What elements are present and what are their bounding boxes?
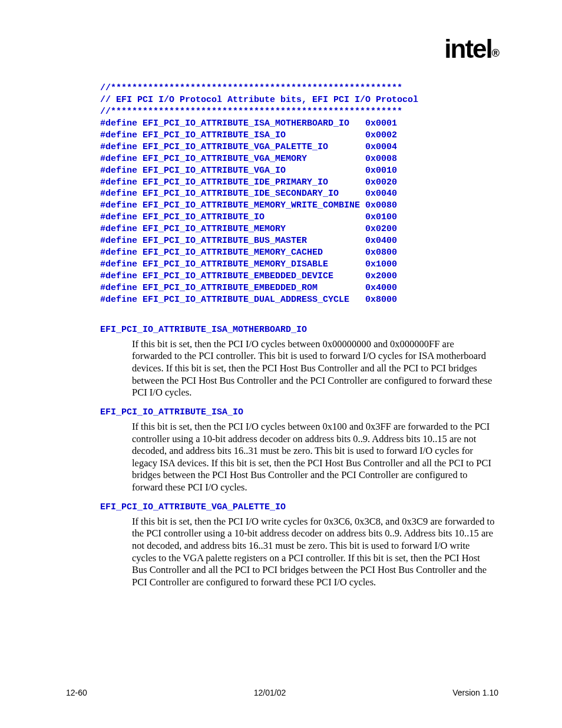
footer-page: 12-60 xyxy=(66,688,87,697)
definition-term: EFI_PCI_IO_ATTRIBUTE_ISA_IO xyxy=(100,407,498,417)
code-block: //**************************************… xyxy=(100,83,498,306)
intel-logo: intel® xyxy=(444,34,498,64)
definition-text: If this bit is set, then the PCI I/O wri… xyxy=(132,516,498,589)
page-content: //**************************************… xyxy=(100,83,498,588)
logo-text: intel xyxy=(444,34,491,63)
description-block: EFI_PCI_IO_ATTRIBUTE_ISA_MOTHERBOARD_IOI… xyxy=(100,325,498,589)
definition-term: EFI_PCI_IO_ATTRIBUTE_VGA_PALETTE_IO xyxy=(100,502,498,512)
definition-text: If this bit is set, then the PCI I/O cyc… xyxy=(132,421,498,494)
definition-text: If this bit is set, then the PCI I/O cyc… xyxy=(132,338,498,399)
definition-term: EFI_PCI_IO_ATTRIBUTE_ISA_MOTHERBOARD_IO xyxy=(100,325,498,335)
logo-r: ® xyxy=(492,47,498,59)
footer-version: Version 1.10 xyxy=(452,688,498,697)
footer-date: 12/01/02 xyxy=(254,688,286,697)
page-footer: 12-60 12/01/02 Version 1.10 xyxy=(66,688,498,697)
